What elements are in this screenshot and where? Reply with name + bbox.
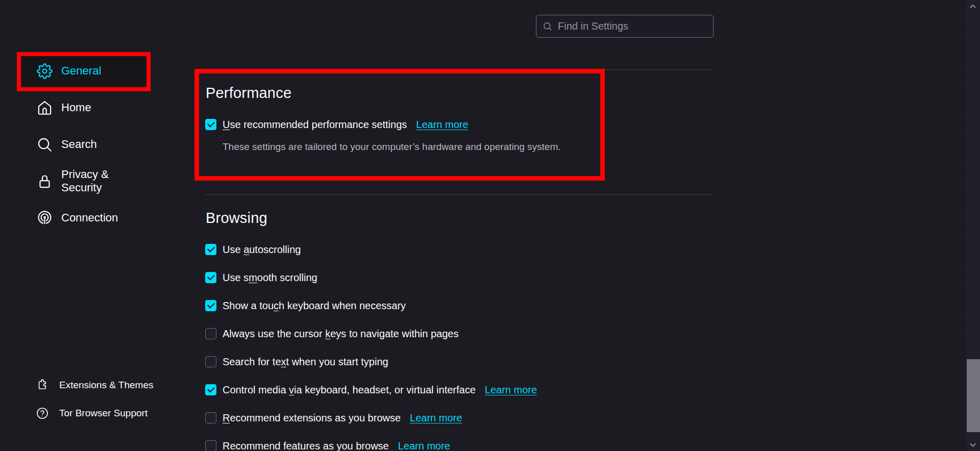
lock-icon (37, 173, 53, 189)
broadcast-icon (37, 210, 53, 226)
checkbox-label[interactable]: Show a touch keyboard when necessary (223, 300, 406, 312)
checkbox-recommend-features[interactable] (205, 440, 216, 451)
checkbox-label[interactable]: Control media via keyboard, headset, or … (223, 384, 476, 396)
settings-content: Performance Use recommended performance … (205, 0, 713, 451)
sidebar-item-extensions-themes[interactable]: Extensions & Themes (21, 374, 159, 396)
sidebar-item-general[interactable]: General (21, 56, 149, 86)
setting-row-control-media: Control media via keyboard, headset, or … (205, 382, 537, 397)
sidebar: General Home Search Privacy & Security C… (0, 0, 168, 451)
sidebar-item-label: Search (61, 138, 97, 151)
sidebar-item-search[interactable]: Search (21, 130, 149, 159)
scroll-down-icon[interactable] (968, 441, 978, 449)
puzzle-icon (36, 379, 48, 391)
checkbox-cursor-keys[interactable] (205, 328, 216, 339)
setting-row-search-on-typing: Search for text when you start typing (205, 354, 537, 369)
scrollbar-thumb[interactable] (967, 359, 980, 432)
setting-row-recommended-performance: Use recommended performance settings Lea… (205, 117, 469, 132)
home-icon (37, 100, 53, 116)
section-divider (205, 69, 713, 70)
sidebar-item-label: Privacy & Security (61, 168, 149, 194)
checkbox-label[interactable]: Use smooth scrolling (223, 272, 317, 284)
checkbox-smooth-scrolling[interactable] (205, 272, 216, 283)
performance-description: These settings are tailored to your comp… (223, 141, 561, 153)
checkbox-recommend-extensions[interactable] (205, 412, 216, 423)
setting-row-cursor-keys: Always use the cursor keys to navigate w… (205, 326, 537, 341)
checkbox-label[interactable]: Use autoscrolling (223, 244, 301, 256)
gear-icon (37, 63, 53, 79)
magnifier-icon (37, 137, 53, 153)
sidebar-item-label: General (61, 64, 101, 78)
checkbox-label[interactable]: Search for text when you start typing (223, 356, 388, 368)
sidebar-item-tor-browser-support[interactable]: Tor Browser Support (21, 403, 159, 424)
section-divider (205, 194, 713, 195)
browsing-title: Browsing (206, 210, 267, 227)
checkbox-label[interactable]: Use recommended performance settings (223, 119, 407, 131)
setting-row-autoscrolling: Use autoscrolling (205, 242, 537, 257)
help-circle-icon (36, 407, 48, 419)
sidebar-item-home[interactable]: Home (21, 93, 149, 122)
checkbox-search-on-typing[interactable] (205, 356, 216, 367)
browsing-rows: Use autoscrolling Use smooth scrolling S… (205, 242, 537, 451)
setting-row-recommend-extensions: Recommend extensions as you browse Learn… (205, 410, 537, 425)
scrollbar[interactable] (966, 0, 980, 451)
checkbox-label[interactable]: Recommend features as you browse (223, 440, 389, 451)
learn-more-link[interactable]: Learn more (398, 440, 450, 451)
checkbox-label[interactable]: Recommend extensions as you browse (223, 412, 401, 424)
checkbox-label[interactable]: Always use the cursor keys to navigate w… (223, 328, 458, 340)
performance-title: Performance (206, 85, 291, 102)
learn-more-link[interactable]: Learn more (485, 384, 537, 396)
setting-row-touch-keyboard: Show a touch keyboard when necessary (205, 298, 537, 313)
setting-row-smooth-scrolling: Use smooth scrolling (205, 270, 537, 285)
sidebar-item-label: Home (61, 101, 91, 114)
setting-row-recommend-features: Recommend features as you browse Learn m… (205, 438, 537, 451)
checkbox-recommended-performance[interactable] (205, 119, 216, 130)
learn-more-link[interactable]: Learn more (410, 412, 462, 424)
checkbox-autoscrolling[interactable] (205, 244, 216, 255)
checkbox-control-media[interactable] (205, 384, 216, 395)
checkbox-touch-keyboard[interactable] (205, 300, 216, 311)
sidebar-item-privacy-security[interactable]: Privacy & Security (21, 166, 149, 196)
sidebar-footer-label: Tor Browser Support (59, 408, 148, 419)
sidebar-item-label: Connection (61, 211, 118, 224)
sidebar-item-connection[interactable]: Connection (21, 203, 149, 233)
learn-more-link[interactable]: Learn more (416, 119, 468, 131)
scroll-up-icon[interactable] (968, 2, 978, 10)
sidebar-footer-label: Extensions & Themes (59, 380, 153, 391)
